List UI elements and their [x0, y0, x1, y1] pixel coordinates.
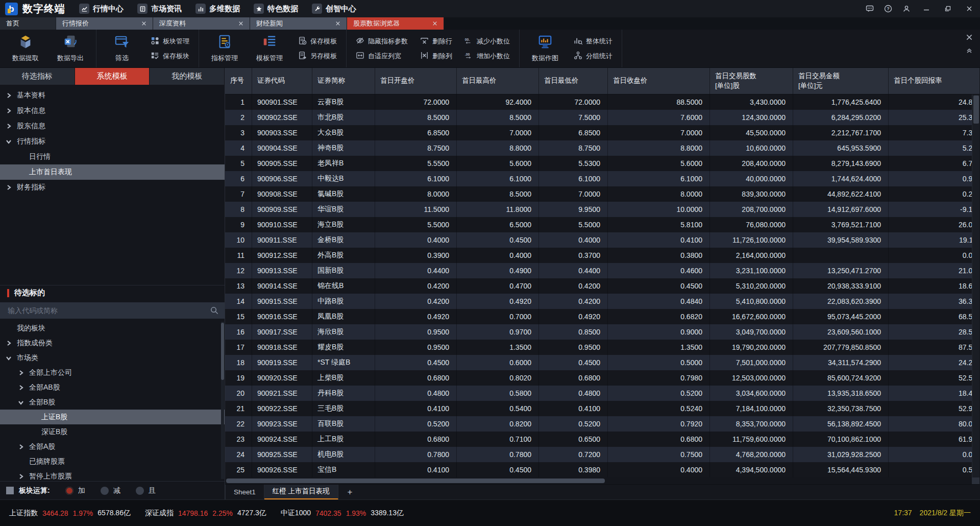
- table-row[interactable]: 25900926.SSE宝信B0.41000.45000.39800.40004…: [225, 462, 979, 477]
- tree-item-sh-b-shares[interactable]: 上证B股: [0, 410, 225, 424]
- radio-icon[interactable]: [65, 487, 74, 495]
- tree-item-all-ab-shares[interactable]: 全部AB股: [0, 380, 225, 395]
- table-row[interactable]: 14900915.SSE中路B股0.42000.49200.42000.4840…: [225, 294, 979, 309]
- table-row[interactable]: 19900920.SSE上柴B股0.68000.80200.68000.7980…: [225, 370, 979, 386]
- panel-tab-pending-indicators[interactable]: 待选指标: [0, 68, 75, 85]
- block-calc-option-and[interactable]: 且: [136, 486, 156, 495]
- block-calc-checkbox[interactable]: [6, 487, 14, 494]
- tab-close-icon[interactable]: [238, 21, 243, 26]
- tree-item-ipo-first-day[interactable]: 上市首日表现: [0, 164, 225, 180]
- delete-column-button[interactable]: 删除列: [420, 51, 452, 61]
- chevron-right-icon[interactable]: [6, 92, 12, 99]
- data-chart-button[interactable]: 数据作图: [523, 30, 568, 67]
- targets-tree-scroll-thumb[interactable]: [221, 323, 224, 380]
- chevron-right-icon[interactable]: [18, 385, 24, 391]
- table-row[interactable]: 15900916.SSE凤凰B股0.49200.70000.49200.6820…: [225, 309, 979, 324]
- chevron-right-icon[interactable]: [6, 108, 12, 114]
- save-template-button[interactable]: 保存模板: [298, 36, 337, 46]
- table-row[interactable]: 20900921.SSE丹科B股0.48000.58000.48000.5200…: [225, 386, 979, 401]
- tree-item-daily-quote[interactable]: 日行情: [0, 149, 225, 164]
- block-calc-option-subtract[interactable]: 减: [101, 486, 120, 495]
- decrease-decimal-button[interactable]: 00.减少小数位: [464, 36, 510, 46]
- column-header-7[interactable]: 首日交易股数[单位]股: [710, 68, 793, 94]
- indicator-manage-button[interactable]: 指标管理: [202, 30, 247, 67]
- chat-icon[interactable]: [861, 0, 879, 17]
- search-input[interactable]: [0, 302, 225, 319]
- table-row[interactable]: 10900911.SSE金桥B股0.40000.45000.40000.4100…: [225, 232, 979, 248]
- radio-icon[interactable]: [136, 487, 144, 495]
- menubar-item-ai-center[interactable]: 创智中心: [312, 4, 356, 14]
- block-manage-button[interactable]: 板块管理: [151, 36, 189, 46]
- chevron-right-icon[interactable]: [18, 370, 24, 376]
- tree-item-holder-info[interactable]: 股东信息: [0, 118, 225, 134]
- filter-button[interactable]: 筛选: [100, 30, 144, 67]
- sheet-tab-ipo-first-day-sheet[interactable]: 红橙 上市首日表现: [264, 485, 338, 500]
- close-button[interactable]: [959, 0, 980, 17]
- radio-icon[interactable]: [101, 487, 109, 495]
- data-export-button[interactable]: 数据导出: [48, 30, 93, 67]
- chevron-right-icon[interactable]: [6, 123, 12, 129]
- search-icon[interactable]: [210, 306, 218, 317]
- table-row[interactable]: 2900902.SSE市北B股8.50008.50007.50007.60001…: [225, 110, 979, 125]
- maximize-button[interactable]: [937, 0, 959, 17]
- table-row[interactable]: 21900922.SSE三毛B股0.41000.54000.41000.5240…: [225, 401, 979, 416]
- tab-finance-news[interactable]: 财经新闻: [250, 17, 347, 30]
- table-row[interactable]: 12900913.SSE国新B股0.44000.49000.44000.4600…: [225, 263, 979, 278]
- tree-item-market-class[interactable]: 市场类: [0, 350, 225, 365]
- hide-indicator-params-button[interactable]: 隐藏指标参数: [356, 36, 408, 46]
- table-row[interactable]: 16900917.SSE海欣B股0.95000.97000.85000.9000…: [225, 324, 979, 340]
- menubar-item-market-news[interactable]: 市场资讯: [137, 4, 182, 14]
- chevron-right-icon[interactable]: [18, 444, 24, 450]
- column-header-1[interactable]: 证券代码: [252, 68, 312, 94]
- targets-tree-scrollbar[interactable]: [221, 322, 224, 479]
- horizontal-scroll-thumb[interactable]: [226, 479, 605, 483]
- column-header-0[interactable]: 序号: [225, 68, 252, 94]
- fit-column-width-button[interactable]: 自适应列宽: [356, 51, 408, 61]
- column-header-8[interactable]: 首日交易金额[单位]元: [793, 68, 889, 94]
- table-row[interactable]: 6900906.SSE中毅达B6.10006.10006.10006.10004…: [225, 171, 979, 186]
- horizontal-scrollbar[interactable]: [225, 477, 979, 484]
- table-row[interactable]: 3900903.SSE大众B股6.85007.00006.85007.00004…: [225, 125, 979, 140]
- tree-item-all-listed-companies[interactable]: 全部上市公司: [0, 365, 225, 380]
- chevron-right-icon[interactable]: [18, 473, 24, 480]
- chevron-down-icon[interactable]: [18, 399, 24, 405]
- add-sheet-button[interactable]: +: [345, 487, 356, 497]
- tree-item-quote-indicators[interactable]: 行情指标: [0, 134, 225, 149]
- tree-item-sz-b-shares[interactable]: 深证B股: [0, 424, 225, 439]
- column-header-5[interactable]: 首日最低价: [539, 68, 608, 94]
- table-row[interactable]: 9900910.SSE海立B股5.50006.50005.50005.81007…: [225, 217, 979, 232]
- sheet-tab-sheet1[interactable]: Sheet1: [225, 485, 264, 500]
- overall-stats-button[interactable]: 整体统计: [574, 36, 612, 46]
- tree-item-delisted-stocks[interactable]: 已摘牌股票: [0, 454, 225, 469]
- menubar-item-multi-data[interactable]: 多维数据: [195, 4, 240, 14]
- tab-depth-info[interactable]: 深度资料: [153, 17, 250, 30]
- delete-row-button[interactable]: 删除行: [420, 36, 452, 46]
- user-icon[interactable]: [897, 0, 916, 17]
- column-header-3[interactable]: 首日开盘价: [375, 68, 457, 94]
- panel-tab-my-templates[interactable]: 我的模板: [150, 68, 225, 85]
- increase-decimal-button[interactable]: .00增加小数位: [464, 51, 510, 61]
- tree-item-all-b-shares[interactable]: 全部B股: [0, 395, 225, 410]
- chevron-down-icon[interactable]: [6, 355, 12, 361]
- menubar-item-quote-center[interactable]: 行情中心: [79, 4, 124, 14]
- table-row[interactable]: 18900919.SSE*ST 绿庭B0.45000.60000.45000.5…: [225, 355, 979, 370]
- vertical-scrollbar[interactable]: [972, 94, 979, 477]
- table-row[interactable]: 13900914.SSE锦在线B0.42000.47000.42000.4500…: [225, 278, 979, 294]
- minimize-button[interactable]: [916, 0, 937, 17]
- table-row[interactable]: 7900908.SSE氯碱B股8.00008.50007.00008.00008…: [225, 186, 979, 202]
- save-as-template-button[interactable]: 另存模板: [298, 51, 337, 61]
- tree-item-all-a-shares[interactable]: 全部A股: [0, 439, 225, 454]
- panel-tab-system-templates[interactable]: 系统模板: [75, 68, 150, 85]
- table-row[interactable]: 1900901.SSE云赛B股72.000092.400072.000088.5…: [225, 94, 979, 110]
- chevron-right-icon[interactable]: [6, 184, 12, 190]
- column-header-9[interactable]: 首日个股回报率: [889, 68, 979, 94]
- tree-item-financial-indicators[interactable]: 财务指标: [0, 180, 225, 195]
- tab-close-icon[interactable]: [335, 21, 340, 26]
- table-row[interactable]: 23900924.SSE上工B股0.68000.71000.65000.6800…: [225, 432, 979, 447]
- column-header-4[interactable]: 首日最高价: [457, 68, 539, 94]
- tree-item-suspended-stocks[interactable]: 暂停上市股票: [0, 469, 225, 481]
- collapse-toolbar-icon[interactable]: [966, 47, 973, 54]
- chevron-right-icon[interactable]: [6, 340, 12, 346]
- tree-item-my-blocks[interactable]: 我的板块: [0, 321, 225, 336]
- data-extract-button[interactable]: 数据提取: [3, 30, 48, 67]
